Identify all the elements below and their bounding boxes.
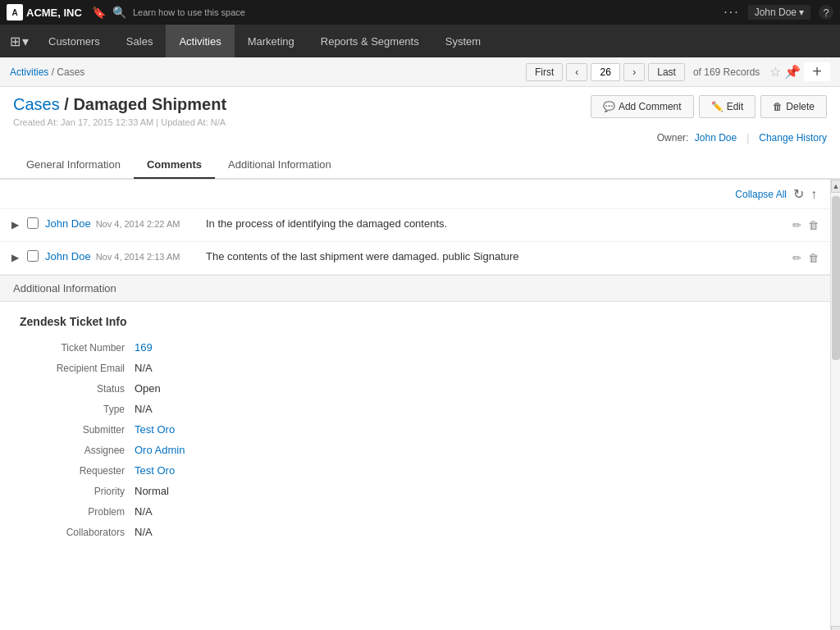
header-actions: 💬 Add Comment ✏️ Edit 🗑 Delete bbox=[591, 95, 827, 118]
nav-item-system[interactable]: System bbox=[432, 25, 494, 57]
nav-bar: ⊞ ▾ Customers Sales Activities Marketing… bbox=[0, 25, 840, 57]
delete-button[interactable]: 🗑 Delete bbox=[760, 95, 827, 118]
comments-toolbar: Collapse All ↻ ↑ bbox=[0, 180, 830, 209]
edit-button[interactable]: ✏️ Edit bbox=[699, 95, 756, 118]
help-icon[interactable]: ? bbox=[819, 5, 833, 20]
info-label-submitter: Submitter bbox=[20, 424, 135, 436]
breadcrumb: Activities / Cases bbox=[10, 66, 84, 78]
nav-item-sales[interactable]: Sales bbox=[113, 25, 167, 57]
scrollbar-up-arrow[interactable]: ▲ bbox=[831, 180, 840, 193]
nav-item-reports[interactable]: Reports & Segments bbox=[308, 25, 432, 57]
comment-author-1[interactable]: John Doe bbox=[45, 217, 91, 230]
tab-general-information[interactable]: General Information bbox=[13, 152, 134, 179]
scrollbar-thumb[interactable] bbox=[832, 196, 840, 360]
learn-link[interactable]: Learn how to use this space bbox=[133, 7, 245, 17]
page-meta: Created At: Jan 17, 2015 12:33 AM | Upda… bbox=[13, 117, 226, 127]
info-label-requester: Requester bbox=[20, 465, 135, 477]
pagination-prev[interactable]: ‹ bbox=[566, 63, 587, 81]
main-content: Collapse All ↻ ↑ ▶ John Doe Nov 4, 2014 … bbox=[0, 180, 830, 630]
pagination-next[interactable]: › bbox=[623, 63, 645, 81]
top-bar-icons: 🔖 🔍 bbox=[92, 6, 126, 19]
info-row-recipient-email: Recipient Email N/A bbox=[20, 362, 810, 374]
info-label-collaborators: Collaborators bbox=[20, 527, 135, 538]
comment-icon: 💬 bbox=[603, 101, 615, 112]
comment-toggle-2[interactable]: ▶ bbox=[10, 250, 21, 265]
nav-item-activities[interactable]: Activities bbox=[166, 25, 234, 57]
comment-time-1: Nov 4, 2014 2:22 AM bbox=[96, 219, 180, 229]
info-label-priority: Priority bbox=[20, 486, 135, 497]
additional-info-header-label: Additional Information bbox=[13, 282, 116, 294]
pagination-icons: ☆ 📌 bbox=[769, 64, 801, 80]
pagination-current[interactable]: 26 bbox=[591, 63, 620, 81]
info-value-assignee: Oro Admin bbox=[135, 444, 185, 456]
content-area: Collapse All ↻ ↑ ▶ John Doe Nov 4, 2014 … bbox=[0, 179, 840, 630]
cases-link[interactable]: Cases bbox=[13, 95, 60, 113]
created-value: Jan 17, 2015 12:33 AM bbox=[61, 117, 153, 127]
submitter-link[interactable]: Test Oro bbox=[135, 423, 175, 436]
owner-link[interactable]: John Doe bbox=[695, 132, 737, 144]
bookmark-record-icon[interactable]: ☆ bbox=[769, 64, 781, 80]
comment-row: ▶ John Doe Nov 4, 2014 2:22 AM In the pr… bbox=[0, 209, 830, 242]
info-label-recipient-email: Recipient Email bbox=[20, 363, 135, 374]
info-label-status: Status bbox=[20, 383, 135, 395]
add-comment-button[interactable]: 💬 Add Comment bbox=[591, 95, 694, 118]
grid-arrow-icon: ▾ bbox=[22, 34, 29, 49]
pagination-last[interactable]: Last bbox=[648, 63, 685, 81]
logo-icon: A bbox=[7, 4, 23, 21]
scrollbar-track[interactable]: ▲ ▼ bbox=[830, 180, 840, 630]
comment-delete-1[interactable]: 🗑 bbox=[806, 217, 820, 233]
expand-icon[interactable]: ↑ bbox=[810, 187, 817, 202]
tab-additional-information[interactable]: Additional Information bbox=[215, 152, 345, 179]
more-icon[interactable]: ··· bbox=[724, 5, 739, 20]
nav-item-customers[interactable]: Customers bbox=[35, 25, 113, 57]
comment-meta-1: John Doe Nov 4, 2014 2:22 AM bbox=[45, 217, 193, 230]
edit-icon: ✏️ bbox=[711, 101, 724, 112]
search-icon[interactable]: 🔍 bbox=[112, 6, 126, 19]
owner-row-content: Owner: John Doe bbox=[657, 132, 737, 144]
change-history-link[interactable]: Change History bbox=[759, 132, 827, 144]
info-row-ticket-number: Ticket Number 169 bbox=[20, 341, 810, 354]
breadcrumb-activities[interactable]: Activities bbox=[10, 66, 48, 78]
scrollbar-down-arrow[interactable]: ▼ bbox=[831, 626, 840, 630]
collapse-all-button[interactable]: Collapse All bbox=[735, 189, 787, 200]
add-record-button[interactable]: + bbox=[804, 62, 830, 81]
bookmark-icon[interactable]: 🔖 bbox=[92, 6, 106, 19]
info-value-priority: Normal bbox=[135, 485, 169, 497]
delete-icon: 🗑 bbox=[773, 101, 783, 112]
comment-checkbox-1[interactable] bbox=[27, 217, 39, 229]
info-value-problem: N/A bbox=[135, 505, 153, 518]
tab-comments[interactable]: Comments bbox=[134, 152, 215, 179]
comment-time-2: Nov 4, 2014 2:13 AM bbox=[96, 252, 180, 262]
pagination-first[interactable]: First bbox=[526, 63, 563, 81]
page-title: Cases / Damaged Shipment bbox=[13, 95, 226, 114]
comment-edit-2[interactable]: ✏ bbox=[791, 250, 803, 266]
nav-grid-button[interactable]: ⊞ ▾ bbox=[3, 34, 35, 49]
refresh-icon[interactable]: ↻ bbox=[793, 186, 804, 202]
comment-toggle-1[interactable]: ▶ bbox=[10, 217, 21, 232]
nav-item-marketing[interactable]: Marketing bbox=[235, 25, 308, 57]
user-dropdown[interactable]: John Doe ▾ bbox=[748, 5, 810, 20]
top-bar-right: ··· John Doe ▾ ? bbox=[724, 5, 833, 20]
user-name: John Doe bbox=[755, 7, 797, 18]
comment-delete-2[interactable]: 🗑 bbox=[806, 250, 820, 266]
updated-value: N/A bbox=[211, 117, 226, 127]
info-value-submitter: Test Oro bbox=[135, 423, 175, 436]
comment-edit-1[interactable]: ✏ bbox=[791, 217, 803, 233]
created-label: Created At: bbox=[13, 117, 58, 127]
comment-meta-2: John Doe Nov 4, 2014 2:13 AM bbox=[45, 250, 193, 262]
page-title-row: Cases / Damaged Shipment Created At: Jan… bbox=[13, 95, 827, 127]
requester-link[interactable]: Test Oro bbox=[135, 464, 175, 477]
info-value-status: Open bbox=[135, 382, 161, 395]
pin-record-icon[interactable]: 📌 bbox=[784, 64, 801, 80]
ticket-number-link[interactable]: 169 bbox=[135, 341, 153, 354]
zendesk-title: Zendesk Ticket Info bbox=[20, 315, 810, 328]
assignee-link[interactable]: Oro Admin bbox=[135, 444, 185, 456]
info-label-type: Type bbox=[20, 404, 135, 415]
comment-text-2: The contents of the last shipment were d… bbox=[206, 250, 784, 262]
comment-author-2[interactable]: John Doe bbox=[45, 250, 91, 262]
info-row-requester: Requester Test Oro bbox=[20, 464, 810, 477]
title-separator: / bbox=[64, 95, 73, 113]
comment-checkbox-2[interactable] bbox=[27, 250, 39, 262]
updated-label: Updated At: bbox=[161, 117, 208, 127]
pagination-total: of 169 Records bbox=[693, 66, 760, 78]
